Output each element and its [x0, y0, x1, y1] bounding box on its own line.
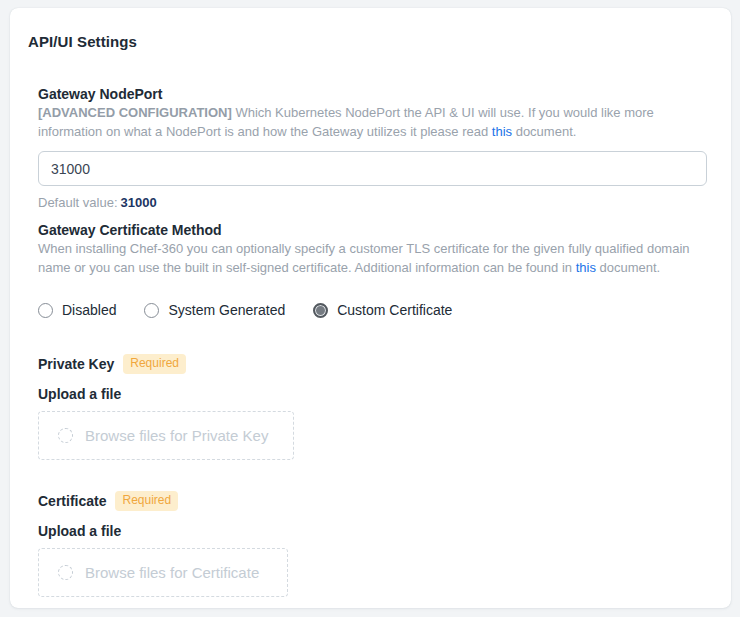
certificate-label-row: Certificate Required [38, 491, 707, 511]
gateway-nodeport-default-value: Default value:31000 [38, 195, 707, 210]
dashed-circle-icon [58, 565, 73, 580]
certificate-method-label: Gateway Certificate Method [38, 222, 707, 238]
private-key-section: Private Key Required Upload a file Brows… [38, 354, 707, 460]
certificate-required-badge: Required [115, 491, 178, 511]
gateway-nodeport-label: Gateway NodePort [38, 86, 707, 102]
radio-circle-icon[interactable] [144, 303, 159, 318]
advanced-configuration-tag: [ADVANCED CONFIGURATION] [38, 105, 232, 120]
certificate-method-description: When installing Chef-360 you can optiona… [38, 240, 707, 277]
certificate-method-radio-group: Disabled System Generated Custom Certifi… [38, 302, 707, 318]
certificate-method-section: Gateway Certificate Method When installi… [38, 222, 707, 318]
certificate-section: Certificate Required Upload a file Brows… [38, 491, 707, 597]
page-title: API/UI Settings [28, 33, 707, 50]
radio-label: System Generated [168, 302, 285, 318]
gateway-nodeport-description: [ADVANCED CONFIGURATION] Which Kubernete… [38, 104, 707, 141]
dashed-circle-icon [58, 428, 73, 443]
browse-private-key-text: Browse files for Private Key [85, 427, 268, 444]
gateway-nodeport-section: Gateway NodePort [ADVANCED CONFIGURATION… [38, 86, 707, 210]
certificate-label: Certificate [38, 493, 106, 509]
default-value-label: Default value: [38, 195, 118, 210]
private-key-required-badge: Required [123, 354, 186, 374]
certificate-upload-label: Upload a file [38, 523, 707, 539]
default-value-number: 31000 [121, 195, 157, 210]
private-key-label: Private Key [38, 356, 114, 372]
radio-option-custom-certificate[interactable]: Custom Certificate [313, 302, 452, 318]
certificate-method-description-suffix: document. [596, 260, 660, 275]
nodeport-doc-link[interactable]: this [492, 124, 512, 139]
radio-circle-icon[interactable] [38, 303, 53, 318]
radio-label: Custom Certificate [337, 302, 452, 318]
private-key-label-row: Private Key Required [38, 354, 707, 374]
browse-certificate-text: Browse files for Certificate [85, 564, 259, 581]
radio-option-disabled[interactable]: Disabled [38, 302, 116, 318]
browse-private-key-button[interactable]: Browse files for Private Key [38, 411, 294, 460]
browse-certificate-button[interactable]: Browse files for Certificate [38, 548, 288, 597]
gateway-nodeport-description-suffix: document. [512, 124, 576, 139]
gateway-nodeport-input[interactable] [38, 151, 707, 186]
radio-circle-icon[interactable] [313, 303, 328, 318]
settings-content: Gateway NodePort [ADVANCED CONFIGURATION… [38, 86, 707, 597]
api-ui-settings-card: API/UI Settings Gateway NodePort [ADVANC… [10, 8, 731, 608]
radio-label: Disabled [62, 302, 116, 318]
radio-option-system-generated[interactable]: System Generated [144, 302, 285, 318]
private-key-upload-label: Upload a file [38, 386, 707, 402]
certificate-doc-link[interactable]: this [576, 260, 596, 275]
